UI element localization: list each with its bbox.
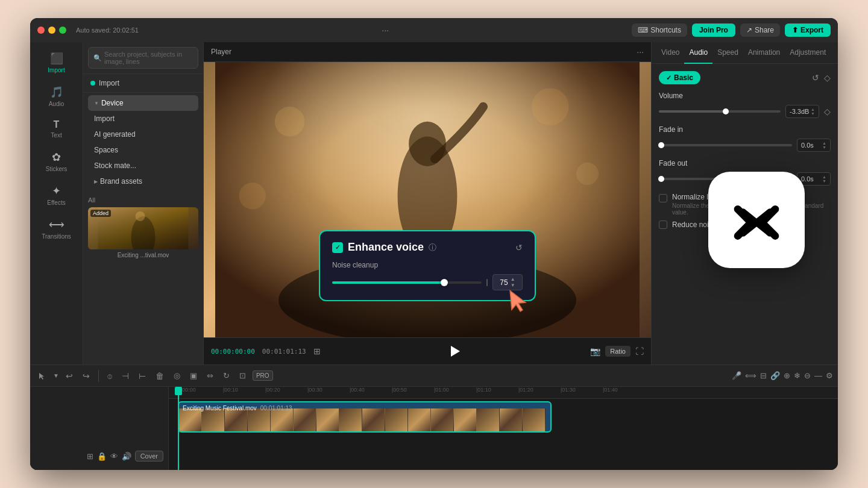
clip-frame: [431, 408, 454, 431]
stabilize-button[interactable]: ◎: [171, 369, 183, 383]
sidebar-item-ai[interactable]: AI generated: [88, 127, 198, 142]
undo-button[interactable]: ↩: [63, 369, 76, 383]
volume-diamond-icon[interactable]: ◇: [824, 107, 831, 116]
media-item[interactable]: Added: [88, 207, 198, 258]
redo-button[interactable]: ↪: [80, 369, 93, 383]
right-panel-tabs: Video Audio Speed Animation Adjustment: [652, 42, 838, 64]
volume-slider-thumb[interactable]: [723, 108, 729, 114]
share-button[interactable]: ↗ Share: [740, 23, 780, 37]
tab-speed[interactable]: Speed: [712, 42, 743, 64]
sidebar-item-stock[interactable]: Stock mate...: [88, 158, 198, 174]
sidebar-item-import[interactable]: Import: [88, 111, 198, 127]
preview-icon[interactable]: ⊞: [87, 452, 93, 461]
volume-slider[interactable]: [659, 110, 781, 113]
select-tool-button[interactable]: [35, 369, 49, 383]
speed-ramp-button[interactable]: ⊖: [804, 371, 811, 380]
import-button[interactable]: Import: [83, 74, 203, 93]
fade-in-thumb[interactable]: [658, 142, 664, 148]
lock-icon[interactable]: 🔒: [97, 452, 107, 461]
clip-frame: [500, 408, 523, 431]
fade-in-value[interactable]: 0.0s ▲ ▼: [797, 139, 831, 152]
split-track-button[interactable]: ⊟: [760, 371, 767, 380]
maximize-button[interactable]: [59, 27, 66, 34]
fo-down-arrow[interactable]: ▼: [822, 179, 826, 183]
tab-video[interactable]: Video: [656, 42, 684, 64]
sidebar-item-device[interactable]: Device: [88, 95, 198, 111]
fullscreen-icon[interactable]: ⛶: [635, 346, 644, 356]
tool-effects[interactable]: ✦ Effects: [36, 180, 78, 211]
fi-up-arrow[interactable]: ▲: [822, 141, 826, 145]
tool-audio[interactable]: 🎵 Audio: [36, 81, 78, 112]
enhance-info-icon[interactable]: ⓘ: [429, 242, 436, 253]
fade-in-slider[interactable]: [659, 144, 792, 146]
cover-button[interactable]: Cover: [135, 451, 163, 461]
mic-button[interactable]: 🎤: [732, 371, 741, 380]
fade-out-thumb[interactable]: [658, 176, 664, 182]
audio-track-icon[interactable]: 🔊: [122, 452, 131, 461]
crop-fit-button[interactable]: ⊡: [236, 369, 249, 383]
freeze-button[interactable]: ❄: [794, 371, 800, 380]
minimize-button[interactable]: [48, 27, 55, 34]
reduce-noise-checkbox[interactable]: [659, 221, 667, 229]
pro-badge[interactable]: PRO: [253, 371, 273, 381]
more-options-icon[interactable]: ···: [382, 25, 389, 35]
fit-width-button[interactable]: ⟺: [745, 371, 756, 380]
normalize-checkbox[interactable]: [659, 194, 667, 202]
sidebar-item-brand[interactable]: ▶ Brand assets: [88, 174, 198, 189]
enhance-title-row: ✓ Enhance voice ⓘ ↺: [332, 241, 523, 254]
delete-button[interactable]: 🗑: [153, 369, 167, 383]
zoom-out-button[interactable]: —: [814, 371, 822, 380]
tab-animation[interactable]: Animation: [743, 42, 785, 64]
ruler-mark-7: |01:10: [476, 387, 491, 393]
tool-import[interactable]: ⬛ Import: [36, 47, 78, 78]
player-menu-icon[interactable]: ···: [637, 47, 644, 57]
slider-thumb[interactable]: [441, 279, 448, 286]
screenshot-icon[interactable]: 📷: [590, 346, 600, 356]
ratio-button[interactable]: Ratio: [605, 346, 631, 357]
vol-up-arrow[interactable]: ▲: [811, 107, 815, 111]
visible-icon[interactable]: 👁: [110, 452, 118, 461]
volume-label: Volume: [659, 92, 831, 100]
tool-text[interactable]: T Text: [36, 114, 78, 143]
noise-cleanup-slider[interactable]: [332, 281, 482, 284]
export-button[interactable]: ⬆ Export: [785, 23, 831, 37]
basic-row: Basic ↺ ◇: [659, 71, 831, 84]
vol-down-arrow[interactable]: ▼: [811, 111, 815, 116]
rotate-button[interactable]: ↻: [220, 369, 233, 383]
play-button[interactable]: [447, 343, 464, 360]
tool-transitions[interactable]: ⟷ Transitions: [36, 213, 78, 245]
mirror-button[interactable]: ⇔: [204, 369, 216, 383]
reset-icon[interactable]: ↺: [812, 73, 819, 83]
grid-icon[interactable]: ⊞: [313, 346, 321, 356]
player-area: Player ···: [204, 42, 651, 364]
fo-up-arrow[interactable]: ▲: [822, 175, 826, 179]
value-up-arrow[interactable]: ▲: [511, 277, 515, 282]
crop-button[interactable]: ▣: [187, 369, 200, 383]
trim-left-button[interactable]: ⊣: [119, 369, 132, 383]
sidebar-item-spaces[interactable]: Spaces: [88, 142, 198, 158]
join-pro-button[interactable]: Join Pro: [692, 23, 735, 37]
enhance-checkbox[interactable]: ✓: [332, 242, 343, 253]
volume-value[interactable]: -3.3dB ▲ ▼: [785, 105, 819, 118]
enhance-reset-icon[interactable]: ↺: [515, 243, 523, 252]
trim-right-button[interactable]: ⊢: [136, 369, 149, 383]
split-button[interactable]: ⌽: [104, 369, 115, 383]
basic-badge[interactable]: Basic: [659, 71, 700, 84]
close-button[interactable]: [37, 27, 45, 34]
timeline-playhead[interactable]: [178, 387, 179, 470]
diamond-icon[interactable]: ◇: [824, 73, 831, 83]
shortcuts-button[interactable]: ⌨ Shortcuts: [632, 23, 687, 37]
settings-button[interactable]: ⚙: [826, 371, 833, 380]
svg-point-11: [239, 183, 266, 209]
tool-stickers[interactable]: ✿ Stickers: [36, 146, 78, 177]
video-clip[interactable]: Exciting Music Festival.mov 00:01:01:13: [178, 401, 552, 433]
tab-adjustment[interactable]: Adjustment: [785, 42, 831, 64]
fi-down-arrow[interactable]: ▼: [822, 145, 826, 149]
search-input[interactable]: 🔍 Search project, subjects in image, lin…: [88, 47, 198, 69]
tab-audio[interactable]: Audio: [684, 42, 712, 64]
link-button[interactable]: 🔗: [770, 371, 780, 380]
clone-button[interactable]: ⊕: [784, 371, 790, 380]
select-dropdown[interactable]: ▼: [53, 372, 59, 379]
timeline-toolbar: ▼ ↩ ↪ ⌽ ⊣ ⊢ 🗑 ◎ ▣ ⇔ ↻ ⊡ PRO 🎤 ⟺ ⊟ 🔗 ⊕ ❄ …: [30, 365, 838, 387]
media-grid: All Added: [83, 192, 203, 364]
